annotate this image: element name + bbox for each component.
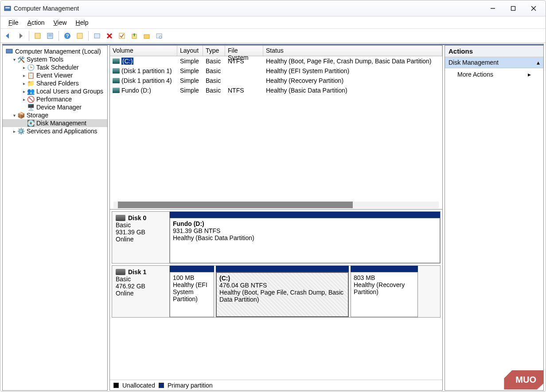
nav-back-icon[interactable] [3, 31, 13, 41]
volume-name: (C:) [121, 58, 133, 65]
collapse-icon: ▴ [537, 59, 540, 66]
volume-status: Healthy (Basic Data Partition) [263, 87, 442, 94]
maximize-button[interactable] [503, 2, 523, 15]
horizontal-scrollbar[interactable] [113, 202, 439, 208]
svg-rect-13 [94, 34, 100, 38]
disk-icon [116, 215, 125, 221]
actions-title: Actions [445, 46, 543, 57]
col-volume[interactable]: Volume [110, 46, 177, 56]
tree-services[interactable]: ▸⚙️Services and Applications [3, 127, 107, 135]
svg-rect-1 [5, 7, 10, 8]
volume-status: Healthy (EFI System Partition) [263, 67, 442, 74]
volume-fs: NTFS [225, 87, 263, 94]
col-status[interactable]: Status [263, 46, 442, 56]
tree-label: Computer Management (Local) [15, 48, 101, 55]
tree-label: Performance [36, 96, 72, 103]
actions-more-label: More Actions [457, 71, 493, 78]
disk-info[interactable]: Disk 1 Basic 476.92 GB Online [112, 266, 170, 317]
partition-size: 476.04 GB NTFS [219, 282, 345, 289]
disk-icon [116, 269, 125, 275]
col-fs[interactable]: File System [225, 46, 263, 56]
volume-row[interactable]: (Disk 1 partition 1)SimpleBasicHealthy (… [110, 66, 442, 76]
actions-more[interactable]: More Actions ▸ [445, 68, 543, 81]
disk-block: Disk 1 Basic 476.92 GB Online100 MBHealt… [112, 265, 441, 318]
minimize-button[interactable] [483, 2, 503, 15]
tree-disk-management[interactable]: 💽Disk Management [3, 119, 107, 127]
tree-device-manager[interactable]: 🖥️Device Manager [3, 103, 107, 111]
tree-storage[interactable]: ▾📦Storage [3, 111, 107, 119]
partition[interactable]: (C:)476.04 GB NTFSHealthy (Boot, Page Fi… [216, 272, 349, 317]
toolbar: ? [0, 29, 546, 43]
partition[interactable]: 803 MBHealthy (Recovery Partition) [351, 272, 418, 317]
partition[interactable]: Fundo (D:)931.39 GB NTFSHealthy (Basic D… [170, 218, 440, 263]
partition[interactable]: 100 MBHealthy (EFI System Partition) [170, 272, 214, 317]
help-icon[interactable]: ? [62, 31, 72, 41]
tree-shared-folders[interactable]: ▸📁Shared Folders [3, 79, 107, 87]
tree-event-viewer[interactable]: ▸📋Event Viewer [3, 71, 107, 79]
tree-root[interactable]: Computer Management (Local) [3, 47, 107, 55]
caret-right-icon: ▸ [21, 89, 27, 94]
volume-row[interactable]: (C:)SimpleBasicNTFSHealthy (Boot, Page F… [110, 56, 442, 66]
check-icon[interactable] [117, 31, 127, 41]
disk-type: Basic [116, 276, 166, 283]
watermark: MUO [504, 370, 543, 389]
disk-info[interactable]: Disk 0 Basic 931.39 GB Online [112, 212, 170, 263]
col-type[interactable]: Type [203, 46, 225, 56]
menu-view[interactable]: View [50, 18, 70, 27]
users-icon: 👥 [27, 88, 35, 95]
partition-status: Healthy (EFI System Partition) [173, 281, 211, 303]
legend-unallocated-label: Unallocated [122, 382, 155, 389]
device-icon: 🖥️ [27, 104, 35, 111]
console-tree: Computer Management (Local) ▾🛠️System To… [2, 45, 108, 391]
volume-type: Basic [203, 77, 225, 84]
actions-section-label: Disk Management [448, 59, 499, 66]
properties-icon[interactable] [45, 31, 55, 41]
export-icon[interactable] [129, 31, 139, 41]
clock-icon: 🕒 [27, 64, 35, 71]
volume-row[interactable]: (Disk 1 partition 4)SimpleBasicHealthy (… [110, 76, 442, 85]
refresh-icon[interactable] [92, 31, 102, 41]
settings-icon[interactable] [154, 31, 164, 41]
disk-state: Online [116, 290, 166, 297]
nav-forward-icon[interactable] [16, 31, 25, 41]
menu-help[interactable]: Help [72, 18, 92, 27]
menu-action[interactable]: Action [24, 18, 48, 27]
delete-icon[interactable] [105, 31, 114, 41]
tree-local-users[interactable]: ▸👥Local Users and Groups [3, 87, 107, 95]
svg-text:?: ? [66, 33, 69, 39]
event-icon: 📋 [27, 72, 35, 79]
tree-task-scheduler[interactable]: ▸🕒Task Scheduler [3, 63, 107, 71]
services-icon: ⚙️ [17, 128, 25, 135]
folder-icon[interactable] [142, 31, 152, 41]
caret-down-icon: ▾ [12, 113, 17, 118]
show-console-tree-icon[interactable] [33, 31, 43, 41]
svg-rect-3 [511, 6, 515, 10]
partition-stripe [170, 212, 440, 218]
drive-icon [113, 88, 120, 93]
partition-status: Healthy (Basic Data Partition) [173, 234, 437, 241]
partition-stripe [351, 266, 418, 272]
action-icon[interactable] [75, 31, 85, 41]
disk-size: 931.39 GB [116, 229, 166, 236]
volume-row[interactable]: Fundo (D:)SimpleBasicNTFSHealthy (Basic … [110, 85, 442, 95]
partition-label: (C:) [219, 275, 345, 282]
tree-performance[interactable]: ▸🚫Performance [3, 95, 107, 103]
tree-label: Event Viewer [36, 72, 73, 79]
disk-state: Online [116, 236, 166, 243]
app-icon [4, 5, 11, 12]
scrollbar-thumb[interactable] [118, 202, 353, 208]
volume-type: Basic [203, 58, 225, 65]
drive-icon [113, 78, 120, 83]
actions-section-header[interactable]: Disk Management ▴ [445, 57, 543, 68]
partition-status: Healthy (Boot, Page File, Crash Dump, Ba… [219, 289, 345, 303]
tree-label: Disk Management [36, 120, 86, 127]
close-button[interactable] [523, 2, 544, 15]
col-layout[interactable]: Layout [177, 46, 203, 56]
tree-label: Task Scheduler [36, 64, 79, 71]
computer-icon [5, 48, 13, 55]
partition-size: 100 MB [173, 274, 211, 281]
drive-icon [113, 58, 120, 64]
tree-system-tools[interactable]: ▾🛠️System Tools [3, 55, 107, 63]
menu-file[interactable]: File [5, 18, 22, 27]
window-title: Computer Management [14, 5, 483, 12]
